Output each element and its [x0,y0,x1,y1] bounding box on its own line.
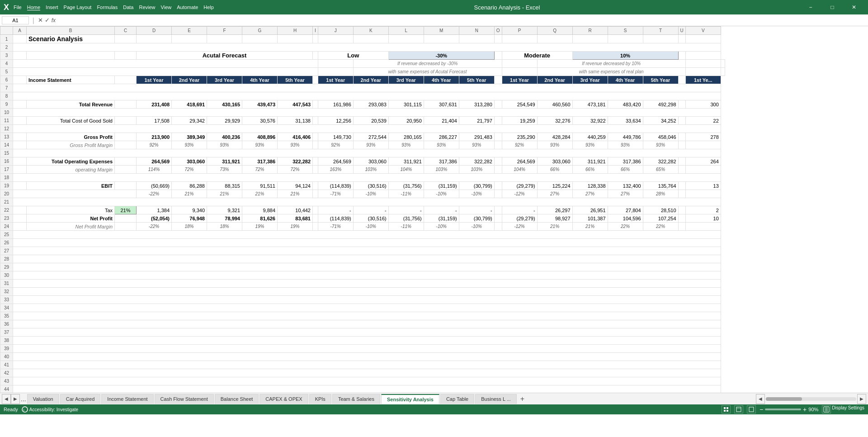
tab-income-statement[interactable]: Income Statement [101,394,153,404]
tax-row: 22 Tax 21% 1,384 9,340 9,321 9,884 10,44… [0,206,725,214]
net-profit-row: 23 Net Profit (52,054) 76,948 78,994 81,… [0,214,725,223]
actual-gpm-y3: 93% [207,141,242,149]
total-opex-label: Total Operating Expenses [27,157,115,166]
tab-team-salaries[interactable]: Team & Salaries [332,394,380,404]
status-bar: Ready i Accessibility: Investigate − + 9… [0,404,868,414]
actual-cogs-y3: 29,929 [207,117,242,125]
table-row: 21 [0,198,725,206]
net-profit-label: Net Profit [27,214,115,223]
formula-bar: | ✕ ✓ fx [0,14,868,26]
display-settings-button[interactable] [822,405,831,413]
actual-gpm-y5: 93% [278,141,313,149]
zoom-in-button[interactable]: + [803,406,807,413]
hscroll-right-button[interactable]: ▶ [857,394,866,404]
ribbon-automate[interactable]: Automate [177,5,198,10]
tab-next-button[interactable]: ▶ [11,394,20,404]
ribbon-home[interactable]: Home [27,5,40,10]
close-button[interactable]: ✕ [844,0,864,14]
npm-row: 24 Net Profit Margin -22% 18% 18% 19% 19… [0,223,725,231]
mod-rev-y3: 473,181 [572,100,608,109]
mod-rev-y4: 483,420 [608,100,643,109]
ribbon-insert[interactable]: Insert [46,5,58,10]
actual-gp-y2: 389,349 [172,133,207,141]
tax-pct[interactable]: 21% [115,206,137,214]
opex-row: 16 Total Operating Expenses 264,569 303,… [0,157,725,166]
actual-year4-hdr: 4th Year [242,76,278,84]
mod-year3-hdr: 3rd Year [572,76,608,84]
ebit-pct-row: 20 -22% 21% 21% 21% 21% -71% -10% -11% -… [0,190,725,198]
tab-sensitivity-analysis[interactable]: Sensitivity Analysis [381,394,439,404]
revenue-row: 9 Total Revenue 231,408 418,691 430,165 … [0,100,725,109]
low-cogs-y5: 21,797 [459,117,494,125]
low-gp-y2: 272,544 [353,133,388,141]
total-cogs-label: Total Cost of Good Sold [27,117,115,125]
svg-rect-2 [724,407,726,409]
mod-opex-y5: 322,282 [643,157,678,166]
maximize-button[interactable]: □ [822,0,843,14]
tab-prev-button[interactable]: ◀ [2,394,11,404]
ribbon-data[interactable]: Data [123,5,133,10]
table-row: 38 [0,337,725,345]
table-row: 31 [0,280,725,288]
low-pct-value[interactable]: -30% [388,52,494,60]
tab-car-acquired[interactable]: Car Acquired [60,394,101,404]
actual-scenario-label: Acutal Forecast [137,52,313,60]
table-row: 28 [0,255,725,263]
actual-year3-hdr: 3rd Year [207,76,242,84]
zoom-slider[interactable] [765,408,801,410]
ribbon-pagelayout[interactable]: Page Layout [64,5,92,10]
cell-reference[interactable] [2,16,29,24]
table-row: 36 [0,320,725,328]
tab-business-l[interactable]: Business L ... [475,394,517,404]
tax-label: Tax [27,206,115,214]
tab-more-button[interactable]: ... [20,395,27,403]
cancel-icon[interactable]: ✕ [38,17,43,24]
tab-cash-flow-statement[interactable]: Cash Flow Statement [155,394,214,404]
mod-year2-hdr: 2nd Year [537,76,572,84]
ribbon-review[interactable]: Review [139,5,155,10]
minimize-button[interactable]: − [800,0,821,14]
ebit-row: 19 EBIT (50,669) 86,288 88,315 91,511 94… [0,182,725,190]
low-year5-hdr: 5th Year [459,76,494,84]
tab-capex-opex[interactable]: CAPEX & OPEX [259,394,308,404]
ribbon-formulas[interactable]: Formulas [97,5,118,10]
actual-year5-hdr: 5th Year [278,76,313,84]
accessibility-icon[interactable]: i Accessibility: Investigate [22,406,78,413]
moderate-pct-value[interactable]: 10% [572,52,678,60]
mod-opex-y4: 317,386 [608,157,643,166]
ribbon-file[interactable]: File [14,5,22,10]
low-year3-hdr: 3rd Year [388,76,424,84]
status-text: Ready [4,407,18,412]
extra-cogs-y1: 22 [685,117,721,125]
ribbon-view[interactable]: View [161,5,172,10]
table-row: 30 [0,271,725,280]
table-row: 33 [0,296,725,304]
svg-rect-3 [726,407,728,409]
mod-cogs-y3: 32,922 [572,117,608,125]
low-sub1: If revenue decreased by -30% [353,60,502,68]
ribbon-help[interactable]: Help [203,5,214,10]
actual-gpm-y2: 93% [172,141,207,149]
confirm-icon[interactable]: ✓ [45,17,50,24]
table-row: 10 [0,109,725,117]
extra-year1-hdr: 1st Ye... [685,76,721,84]
actual-cogs-y4: 30,576 [242,117,278,125]
mod-year5-hdr: 5th Year [643,76,678,84]
tab-balance-sheet[interactable]: Balance Sheet [215,394,259,404]
zoom-out-button[interactable]: − [760,406,763,413]
grid-area[interactable]: A B C D E F G H I J K L M N O P Q R S T [0,26,868,393]
tab-valuation[interactable]: Valuation [27,394,59,404]
normal-view-button[interactable] [722,405,731,413]
actual-rev-y5: 447,543 [278,100,313,109]
page-layout-button[interactable] [734,405,743,413]
formula-input[interactable] [57,17,866,24]
hscroll-left-button[interactable]: ◀ [756,394,765,404]
tab-kpis[interactable]: KPIs [309,394,331,404]
low-rev-y5: 313,280 [459,100,494,109]
add-sheet-button[interactable]: + [518,395,527,403]
tab-cap-table[interactable]: Cap Table [440,394,474,404]
excel-logo: X [4,3,9,12]
low-gp-y4: 286,227 [424,133,459,141]
page-break-view-button[interactable] [747,405,756,413]
table-row: 18 [0,174,725,182]
